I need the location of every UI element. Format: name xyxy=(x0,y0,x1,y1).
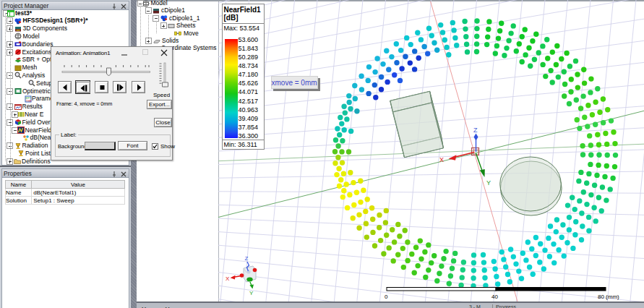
svg-text:X: X xyxy=(439,156,444,163)
svg-text:0: 0 xyxy=(385,294,388,300)
svg-text:80 (mm): 80 (mm) xyxy=(598,294,619,300)
svg-text:Y: Y xyxy=(486,179,491,187)
svg-text:40: 40 xyxy=(491,294,498,300)
svg-text:Z: Z xyxy=(473,127,478,134)
svg-text:X: X xyxy=(226,275,230,282)
svg-text:Z: Z xyxy=(245,255,249,262)
svg-text:Y: Y xyxy=(249,290,254,296)
svg-text:THE: THE xyxy=(26,99,32,103)
